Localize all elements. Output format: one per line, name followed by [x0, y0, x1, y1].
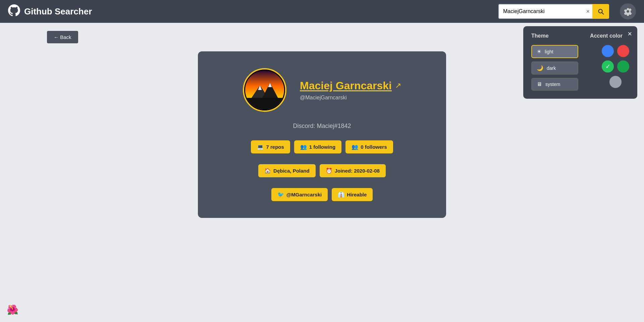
profile-bio: Discord: Maciej#1842 [293, 123, 351, 130]
accent-row-3 [609, 76, 622, 88]
stats-row-3: 🐦 @MGarncarski 👔 Hireable [271, 188, 373, 201]
settings-button[interactable] [620, 3, 636, 19]
followers-badge[interactable]: 👥 0 followers [345, 140, 393, 153]
following-badge[interactable]: 👥 1 following [294, 140, 341, 153]
twitter-icon: 🐦 [277, 191, 284, 198]
location-label: Dębica, Poland [273, 168, 310, 174]
theme-label: Theme [531, 33, 549, 39]
app-header: Github Searcher × [0, 0, 644, 23]
search-wrapper: × [498, 4, 609, 19]
followers-icon: 👥 [352, 144, 358, 150]
location-icon: 🏠 [264, 168, 271, 174]
joined-badge[interactable]: ⏰ Joined: 2020-02-08 [320, 164, 386, 177]
app-title: Github Searcher [24, 6, 92, 17]
theme-dark-label: dark [547, 65, 556, 71]
accent-label: Accent color [590, 33, 623, 39]
search-submit-button[interactable] [592, 4, 609, 19]
theme-light-label: light [545, 49, 553, 54]
theme-dark-button[interactable]: 🌙 dark [531, 61, 578, 75]
github-icon [8, 4, 20, 18]
following-label: 1 following [309, 144, 335, 150]
accent-gray-button[interactable] [609, 76, 622, 88]
search-input[interactable] [498, 4, 592, 19]
hireable-badge[interactable]: 👔 Hireable [332, 188, 373, 201]
accent-blue-button[interactable] [602, 45, 614, 57]
theme-system-button[interactable]: 🖥 system [531, 78, 578, 91]
settings-close-button[interactable]: × [628, 30, 632, 38]
monitor-icon: 🖥 [537, 81, 542, 87]
stats-row-1: 💻 7 repos 👥 1 following 👥 0 followers [251, 140, 393, 153]
theme-system-label: system [545, 82, 560, 87]
twitter-badge[interactable]: 🐦 @MGarncarski [271, 188, 328, 201]
hireable-label: Hireable [347, 192, 367, 197]
moon-icon: 🌙 [537, 65, 543, 71]
search-clear-button[interactable]: × [586, 8, 590, 14]
accent-row-2: ✓ [602, 60, 629, 73]
profile-card: Maciej Garncarski ↗ @MaciejGarncarski Di… [198, 51, 446, 218]
following-icon: 👥 [300, 144, 307, 150]
twitter-label: @MGarncarski [286, 192, 322, 197]
location-badge[interactable]: 🏠 Dębica, Poland [258, 164, 316, 177]
joined-icon: ⏰ [326, 168, 332, 174]
settings-panel: × Theme Accent color ☀ light 🌙 dark 🖥 sy… [523, 26, 637, 99]
theme-light-button[interactable]: ☀ light [531, 45, 578, 58]
external-link-icon: ↗ [395, 81, 401, 90]
sun-icon: ☀ [537, 48, 541, 55]
profile-name-link[interactable]: Maciej Garncarski ↗ [300, 80, 401, 92]
settings-themes: ☀ light 🌙 dark 🖥 system [531, 45, 594, 91]
repos-badge[interactable]: 💻 7 repos [251, 140, 290, 153]
profile-name: Maciej Garncarski [300, 80, 392, 92]
accent-red-button[interactable] [617, 45, 629, 57]
stats-row-2: 🏠 Dębica, Poland ⏰ Joined: 2020-02-08 [258, 164, 386, 177]
repos-label: 7 repos [266, 144, 284, 150]
search-container: × [498, 4, 592, 19]
app-logo: Github Searcher [8, 4, 92, 18]
bottom-logo: 🌺 [7, 304, 18, 315]
profile-name-block: Maciej Garncarski ↗ @MaciejGarncarski [300, 80, 401, 101]
hireable-icon: 👔 [338, 191, 344, 198]
profile-username: @MaciejGarncarski [300, 95, 401, 101]
settings-accents: ✓ [602, 45, 629, 91]
settings-body: ☀ light 🌙 dark 🖥 system ✓ [531, 45, 629, 91]
settings-header-row: Theme Accent color [531, 33, 629, 39]
profile-top: Maciej Garncarski ↗ @MaciejGarncarski [243, 68, 401, 112]
back-button[interactable]: ← Back [47, 31, 78, 43]
avatar [243, 68, 286, 112]
accent-row-1 [602, 45, 629, 57]
accent-green-check-button[interactable]: ✓ [602, 60, 614, 73]
accent-green2-button[interactable] [617, 60, 629, 73]
repo-icon: 💻 [257, 144, 264, 150]
joined-label: Joined: 2020-02-08 [335, 168, 380, 174]
followers-label: 0 followers [361, 144, 387, 150]
